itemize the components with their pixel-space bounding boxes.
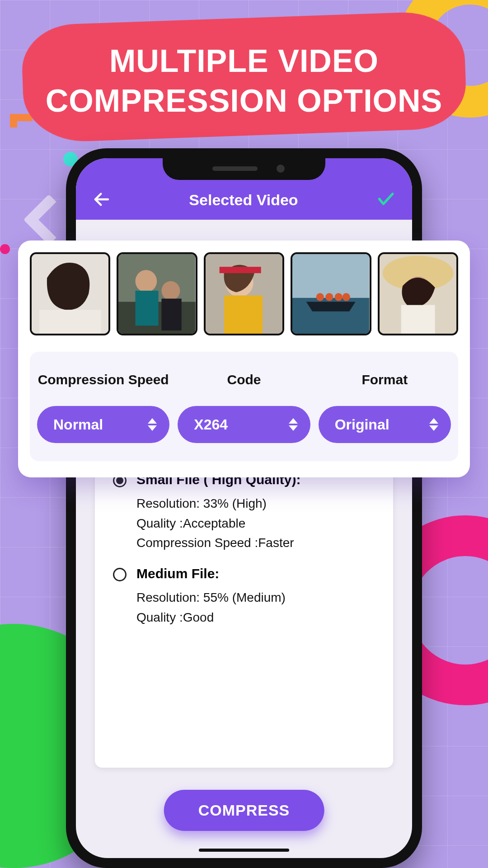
selector-compression-speed: Compression Speed Normal: [37, 363, 169, 443]
svg-point-19: [343, 293, 350, 301]
option-body: Small File ( High Quality): Resolution: …: [136, 472, 379, 552]
sort-icon: [429, 418, 438, 431]
svg-rect-12: [219, 267, 261, 273]
decor-pink-dot: [0, 244, 10, 254]
svg-point-17: [325, 293, 333, 301]
promo-title: MULTIPLE VIDEO COMPRESSION OPTIONS: [0, 42, 488, 121]
radio-icon[interactable]: [113, 568, 127, 581]
option-small-file-hq[interactable]: Small File ( High Quality): Resolution: …: [113, 472, 379, 552]
option-detail: Resolution: 33% (High): [136, 494, 379, 513]
phone-home-indicator: [199, 849, 289, 852]
option-body: Medium File: Resolution: 55% (Medium) Qu…: [136, 566, 379, 627]
svg-rect-7: [136, 291, 159, 326]
selector-label: Compression Speed: [38, 363, 169, 396]
promo-line-2: COMPRESSION OPTIONS: [46, 83, 443, 118]
selector-code: Code X264: [178, 363, 310, 443]
selector-label: Code: [227, 363, 261, 396]
svg-point-6: [136, 270, 157, 292]
svg-rect-9: [162, 299, 182, 330]
option-title: Medium File:: [136, 566, 379, 581]
sort-icon: [289, 418, 298, 431]
confirm-check-icon[interactable]: [376, 189, 396, 209]
code-dropdown[interactable]: X264: [178, 406, 310, 443]
compression-speed-dropdown[interactable]: Normal: [37, 406, 169, 443]
svg-rect-3: [39, 310, 101, 334]
dropdown-value: X264: [194, 416, 228, 433]
video-thumbnail[interactable]: [204, 252, 284, 335]
selector-format: Format Original: [319, 363, 451, 443]
promo-line-1: MULTIPLE VIDEO: [109, 43, 379, 79]
svg-rect-13: [224, 296, 263, 334]
config-selectors: Compression Speed Normal Code X264 Forma…: [30, 352, 458, 461]
svg-point-18: [335, 293, 343, 301]
video-thumbnail[interactable]: [378, 252, 458, 335]
video-thumbnail[interactable]: [117, 252, 197, 335]
option-medium-file[interactable]: Medium File: Resolution: 55% (Medium) Qu…: [113, 566, 379, 627]
page-title: Selected Video: [189, 191, 298, 209]
format-dropdown[interactable]: Original: [319, 406, 451, 443]
phone-notch: [163, 158, 325, 180]
option-detail: Quality :Good: [136, 608, 379, 627]
sort-icon: [148, 418, 157, 431]
svg-rect-23: [401, 305, 435, 334]
video-thumbnail[interactable]: [291, 252, 371, 335]
svg-rect-14: [292, 254, 369, 298]
video-thumbnail[interactable]: [30, 252, 110, 335]
compress-button[interactable]: COMPRESS: [164, 790, 324, 831]
option-detail: Compression Speed :Faster: [136, 533, 379, 552]
option-detail: Quality :Acceptable: [136, 514, 379, 533]
back-arrow-icon[interactable]: [92, 190, 111, 209]
video-thumbnails: [30, 252, 458, 335]
dropdown-value: Original: [335, 416, 389, 433]
option-detail: Resolution: 55% (Medium): [136, 588, 379, 607]
dropdown-value: Normal: [53, 416, 103, 433]
selector-label: Format: [361, 363, 408, 396]
svg-point-16: [316, 293, 324, 301]
svg-point-8: [162, 281, 180, 300]
video-config-card: Compression Speed Normal Code X264 Forma…: [18, 241, 470, 477]
